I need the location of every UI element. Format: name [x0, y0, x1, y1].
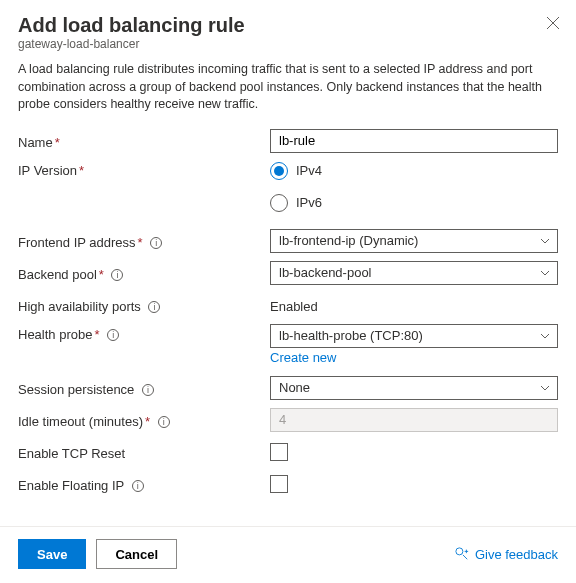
chevron-down-icon [539, 267, 551, 279]
frontend-ip-value: lb-frontend-ip (Dynamic) [279, 233, 418, 248]
info-icon[interactable]: i [111, 269, 123, 281]
session-persistence-value: None [279, 380, 310, 395]
give-feedback-label: Give feedback [475, 547, 558, 562]
required-marker: * [55, 135, 60, 150]
required-marker: * [79, 163, 84, 178]
save-button[interactable]: Save [18, 539, 86, 569]
close-icon [546, 16, 560, 30]
required-marker: * [138, 235, 143, 250]
panel-title: Add load balancing rule [18, 14, 558, 37]
floating-ip-label: Enable Floating IP [18, 478, 124, 493]
backend-pool-value: lb-backend-pool [279, 265, 372, 280]
ipv6-radio-label: IPv6 [296, 195, 322, 210]
health-probe-select[interactable]: lb-health-probe (TCP:80) [270, 324, 558, 348]
name-input[interactable] [270, 129, 558, 153]
frontend-ip-select[interactable]: lb-frontend-ip (Dynamic) [270, 229, 558, 253]
chevron-down-icon [539, 235, 551, 247]
give-feedback-link[interactable]: Give feedback [455, 547, 558, 562]
info-icon[interactable]: i [132, 480, 144, 492]
idle-timeout-input [270, 408, 558, 432]
close-button[interactable] [546, 16, 560, 33]
required-marker: * [145, 414, 150, 429]
info-icon[interactable]: i [142, 384, 154, 396]
info-icon[interactable]: i [150, 237, 162, 249]
health-probe-label: Health probe [18, 327, 92, 342]
feedback-icon [455, 547, 469, 561]
info-icon[interactable]: i [158, 416, 170, 428]
name-label: Name [18, 135, 53, 150]
panel-description: A load balancing rule distributes incomi… [0, 57, 576, 128]
ha-ports-label: High availability ports [18, 299, 141, 314]
info-icon[interactable]: i [148, 301, 160, 313]
backend-pool-label: Backend pool [18, 267, 97, 282]
frontend-ip-label: Frontend IP address [18, 235, 136, 250]
tcp-reset-label: Enable TCP Reset [18, 446, 125, 461]
ha-ports-value: Enabled [270, 296, 558, 314]
session-persistence-select[interactable]: None [270, 376, 558, 400]
session-persistence-label: Session persistence [18, 382, 134, 397]
chevron-down-icon [539, 382, 551, 394]
chevron-down-icon [539, 330, 551, 342]
panel-subtitle: gateway-load-balancer [18, 37, 558, 51]
info-icon[interactable]: i [107, 329, 119, 341]
create-new-link[interactable]: Create new [270, 350, 336, 365]
required-marker: * [94, 327, 99, 342]
tcp-reset-checkbox[interactable] [270, 443, 288, 461]
backend-pool-select[interactable]: lb-backend-pool [270, 261, 558, 285]
form-area: Name* IP Version* IPv4 IPv6 Frontend IP … [0, 128, 576, 527]
ipv4-radio[interactable]: IPv4 [270, 162, 558, 180]
idle-timeout-label: Idle timeout (minutes) [18, 414, 143, 429]
health-probe-value: lb-health-probe (TCP:80) [279, 328, 423, 343]
ipv6-radio[interactable]: IPv6 [270, 194, 558, 212]
radio-checked-icon [270, 162, 288, 180]
floating-ip-checkbox[interactable] [270, 475, 288, 493]
required-marker: * [99, 267, 104, 282]
ipv4-radio-label: IPv4 [296, 163, 322, 178]
ip-version-label: IP Version [18, 163, 77, 178]
cancel-button[interactable]: Cancel [96, 539, 177, 569]
radio-unchecked-icon [270, 194, 288, 212]
